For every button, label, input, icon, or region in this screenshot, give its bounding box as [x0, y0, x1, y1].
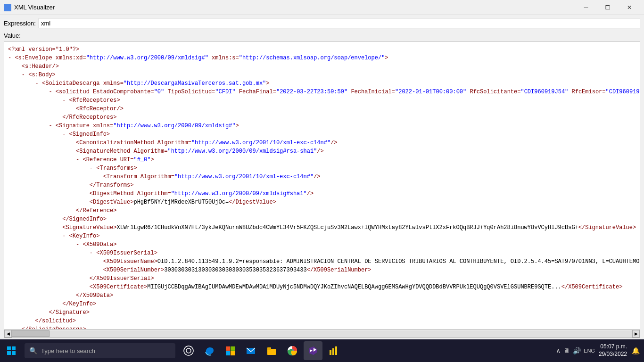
title-bar-controls: ─ ⧠ ✕ [575, 0, 640, 15]
language-icon[interactable]: ENG [584, 348, 595, 354]
horizontal-scrollbar[interactable]: ◀ ▶ [4, 329, 640, 338]
powerbi-icon [329, 346, 339, 356]
file-explorer-button[interactable] [262, 341, 281, 360]
start-button[interactable] [0, 339, 23, 362]
search-icon: 🔍 [29, 347, 37, 354]
notification-button[interactable]: 🔔 [631, 346, 640, 355]
task-view-button[interactable] [179, 341, 198, 360]
value-label: Value: [0, 31, 644, 41]
system-icons: ∧ 🖥 🔊 ENG [556, 347, 595, 354]
clock-date: 29/03/2022 [599, 351, 627, 358]
mail-icon [246, 346, 256, 356]
main-window: Expression: Value: <?xml version="1.0"?>… [0, 15, 644, 354]
search-placeholder: Type here to search [41, 347, 95, 354]
store-icon [225, 346, 235, 356]
svg-rect-14 [330, 350, 331, 355]
svg-point-0 [184, 346, 193, 355]
chrome-button[interactable] [283, 341, 302, 360]
maximize-button[interactable]: ⧠ [597, 0, 619, 15]
title-bar: XML Visualizer ─ ⧠ ✕ [0, 0, 644, 15]
taskbar: 🔍 Type here to search [0, 339, 644, 362]
chevron-up-icon[interactable]: ∧ [556, 347, 561, 354]
visual-studio-button[interactable] [304, 341, 322, 360]
svg-rect-15 [332, 348, 334, 355]
taskbar-apps [179, 341, 343, 360]
window-title: XML Visualizer [14, 4, 55, 11]
svg-rect-2 [226, 346, 230, 351]
svg-point-1 [186, 348, 191, 353]
file-explorer-icon [266, 346, 277, 356]
scroll-right-button[interactable]: ▶ [632, 330, 640, 337]
svg-rect-8 [267, 347, 271, 350]
taskbar-search[interactable]: 🔍 Type here to search [25, 343, 175, 358]
visual-studio-icon [308, 346, 318, 356]
expression-row: Expression: [0, 15, 644, 31]
scroll-track[interactable] [12, 330, 632, 337]
svg-rect-5 [231, 351, 235, 355]
title-bar-left: XML Visualizer [4, 4, 55, 11]
edge-icon [204, 346, 215, 356]
svg-rect-16 [335, 346, 337, 355]
network-icon[interactable]: 🖥 [563, 347, 570, 354]
clock[interactable]: 05:07 p.m. 29/03/2022 [599, 343, 627, 358]
edge-button[interactable] [200, 341, 219, 360]
minimize-button[interactable]: ─ [575, 0, 597, 15]
expression-input[interactable] [39, 18, 640, 28]
windows-logo-icon [7, 346, 16, 355]
powerbi-button[interactable] [324, 341, 343, 360]
svg-rect-4 [226, 351, 230, 355]
clock-time: 05:07 p.m. [599, 343, 627, 351]
expression-label: Expression: [4, 20, 36, 27]
chrome-icon [287, 346, 297, 356]
scroll-thumb[interactable] [12, 330, 50, 337]
taskbar-right: ∧ 🖥 🔊 ENG 05:07 p.m. 29/03/2022 🔔 [556, 343, 644, 358]
store-button[interactable] [221, 341, 239, 360]
scroll-left-button[interactable]: ◀ [4, 330, 12, 337]
window-close-button[interactable]: ✕ [619, 0, 640, 15]
task-view-icon [183, 346, 194, 356]
mail-button[interactable] [241, 341, 260, 360]
volume-icon[interactable]: 🔊 [573, 347, 581, 354]
xml-content-area[interactable]: <?xml version="1.0"?> - <s:Envelope xmln… [4, 41, 640, 329]
svg-rect-3 [231, 346, 235, 351]
app-icon [4, 4, 11, 11]
